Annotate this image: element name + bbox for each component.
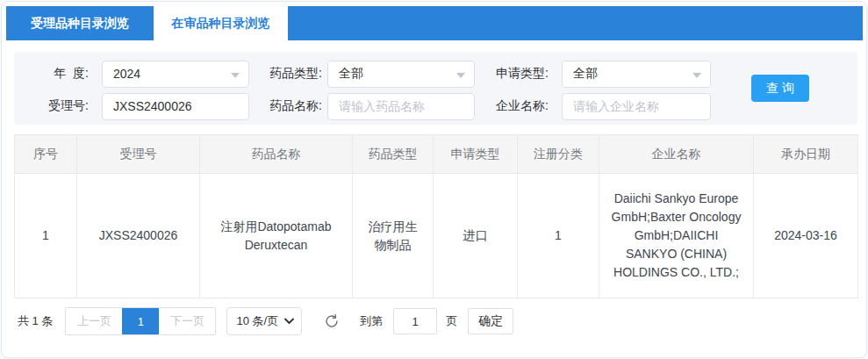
year-select-value: 2024 <box>113 67 140 81</box>
apply-type-select-value: 全部 <box>573 66 598 82</box>
filter-row-1: 年 度: 2024 药品类型: 全部 申请类型: 全部 <box>14 58 857 90</box>
chevron-down-icon <box>456 73 465 78</box>
prev-page-button[interactable]: 上一页 <box>66 308 122 334</box>
cell-acceptance-no: JXSS2400026 <box>77 174 200 298</box>
year-label: 年 度: <box>14 66 102 82</box>
header-drug-name: 药品名称 <box>200 135 353 174</box>
table-row: 1 JXSS2400026 注射用Datopotamab Deruxtecan … <box>15 174 858 298</box>
company-name-field-wrap <box>562 93 711 120</box>
tab-bar: 受理品种目录浏览 在审品种目录浏览 <box>6 6 863 40</box>
search-button[interactable]: 查询 <box>751 75 809 102</box>
goto-page-label: 到第 <box>360 313 383 329</box>
results-table: 序号 受理号 药品名称 药品类型 申请类型 注册分类 企业名称 承办日期 1 J… <box>14 134 858 298</box>
tab-accepted-catalog[interactable]: 受理品种目录浏览 <box>6 6 154 40</box>
page-size-select[interactable]: 10 条/页 <box>226 307 302 335</box>
company-name-label: 企业名称: <box>475 98 562 114</box>
drug-name-field-wrap <box>327 93 475 120</box>
cell-apply-type: 进口 <box>434 174 518 298</box>
refresh-icon[interactable] <box>323 312 341 330</box>
cell-seq: 1 <box>15 174 77 298</box>
cell-drug-name: 注射用Datopotamab Deruxtecan <box>200 174 353 298</box>
cell-company: Daiichi Sankyo Europe GmbH;Baxter Oncolo… <box>599 174 754 298</box>
page-size-value: 10 条/页 <box>236 313 278 329</box>
company-name-input[interactable] <box>563 94 710 119</box>
drug-name-label: 药品名称: <box>249 98 327 114</box>
header-company: 企业名称 <box>599 135 754 174</box>
drug-type-select-value: 全部 <box>339 66 363 82</box>
apply-type-select[interactable]: 全部 <box>562 61 711 88</box>
header-apply-type: 申请类型 <box>434 135 518 174</box>
goto-page-input[interactable] <box>393 308 437 334</box>
next-page-button[interactable]: 下一页 <box>159 308 215 334</box>
table-header-row: 序号 受理号 药品名称 药品类型 申请类型 注册分类 企业名称 承办日期 <box>15 135 858 174</box>
page-card: 受理品种目录浏览 在审品种目录浏览 年 度: 2024 药品类型: 全部 申请类… <box>1 1 867 358</box>
filter-panel: 年 度: 2024 药品类型: 全部 申请类型: 全部 受理号: 药品名称: <box>14 52 857 125</box>
total-count: 共 1 条 <box>18 313 53 329</box>
tab-under-review-catalog[interactable]: 在审品种目录浏览 <box>154 6 288 40</box>
header-acceptance-no: 受理号 <box>77 135 200 174</box>
goto-page-suffix: 页 <box>446 313 457 329</box>
header-seq: 序号 <box>15 135 77 174</box>
cell-reg-class: 1 <box>518 174 599 298</box>
acceptance-no-input[interactable] <box>103 94 248 119</box>
confirm-button[interactable]: 确定 <box>468 308 513 334</box>
acceptance-no-field-wrap <box>102 93 249 120</box>
page-button-group: 上一页 1 下一页 <box>65 307 216 335</box>
drug-type-select[interactable]: 全部 <box>327 61 475 88</box>
cell-date: 2024-03-16 <box>754 174 858 298</box>
header-reg-class: 注册分类 <box>518 135 599 174</box>
chevron-down-icon <box>284 318 294 325</box>
chevron-down-icon <box>692 73 701 78</box>
cell-drug-type: 治疗用生物制品 <box>353 174 434 298</box>
filter-row-2: 受理号: 药品名称: 企业名称: <box>14 90 857 122</box>
chevron-down-icon <box>231 73 240 78</box>
header-drug-type: 药品类型 <box>353 135 434 174</box>
header-date: 承办日期 <box>754 135 858 174</box>
drug-name-input[interactable] <box>328 94 474 119</box>
page-1-button[interactable]: 1 <box>122 308 159 334</box>
year-select[interactable]: 2024 <box>102 61 249 88</box>
drug-type-label: 药品类型: <box>249 66 327 82</box>
apply-type-label: 申请类型: <box>475 66 562 82</box>
acceptance-no-label: 受理号: <box>14 98 102 114</box>
pagination-bar: 共 1 条 上一页 1 下一页 10 条/页 到第 页 确定 <box>18 307 854 335</box>
